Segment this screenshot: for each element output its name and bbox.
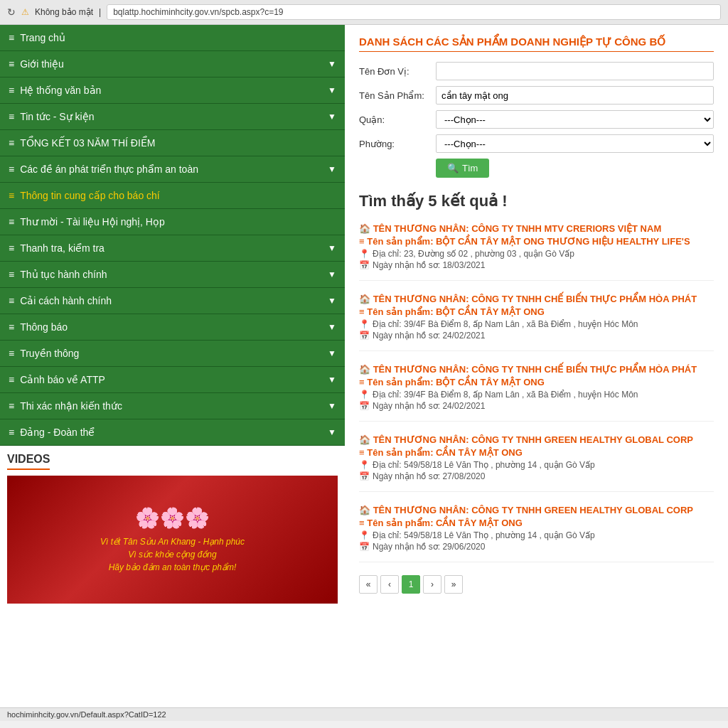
menu-icon: ≡ xyxy=(9,321,14,333)
phuong-select[interactable]: ---Chọn--- xyxy=(436,134,714,153)
sidebar-item-thanh-tra[interactable]: ≡ Thanh tra, kiểm tra ▼ xyxy=(0,235,345,262)
cal-icon: 📅 xyxy=(359,331,370,341)
product-name-4: ≡ Tên sản phẩm: CẦN TÂY MẬT ONG xyxy=(359,518,714,528)
pin-icon: 📍 xyxy=(359,530,370,540)
last-page-btn[interactable]: » xyxy=(444,575,463,594)
sidebar-item-thi-xac-nhan[interactable]: ≡ Thi xác nhận kiến thức ▼ xyxy=(0,393,345,419)
browser-bar: ↻ ⚠ Không bảo mật | bqlattp.hochiminhcit… xyxy=(0,0,728,25)
sidebar-item-thong-tin-bao-chi[interactable]: ≡ Thông tin cung cấp cho báo chí ▼ xyxy=(0,183,345,209)
separator: | xyxy=(99,7,101,17)
chevron-icon: ▼ xyxy=(328,296,336,306)
search-button[interactable]: 🔍 Tìm xyxy=(436,159,489,178)
product-name-2: ≡ Tên sản phẩm: BỘT CẦN TÂY MẬT ONG xyxy=(359,377,714,387)
video-thumbnail[interactable]: 🌸🌸🌸 Vì tết Tân Sửu An Khang - Hạnh phúc … xyxy=(7,476,338,604)
security-label: Không bảo mật xyxy=(35,7,93,17)
product-name-1: ≡ Tên sản phẩm: BỘT CẦN TÂY MẬT ONG xyxy=(359,306,714,317)
sidebar-item-gioi-thieu[interactable]: ≡ Giới thiệu ▼ xyxy=(0,51,345,77)
next-page-btn[interactable]: › xyxy=(423,575,441,594)
chevron-icon: ▼ xyxy=(328,375,336,385)
sidebar-label: Cải cách hành chính xyxy=(20,295,112,306)
flower-decoration: 🌸🌸🌸 xyxy=(135,506,210,530)
result-card-3: 🏠 TÊN THƯƠNG NHÂN: CÔNG TY TNHH GREEN HE… xyxy=(359,434,714,492)
cal-icon: 📅 xyxy=(359,401,370,411)
first-page-btn[interactable]: « xyxy=(359,575,378,594)
phuong-label: Phường: xyxy=(359,139,430,149)
sidebar-label: Các đề án phát triển thực phẩm an toàn xyxy=(20,164,198,175)
sidebar-item-tong-ket[interactable]: ≡ TỔNG KẾT 03 NĂM THÍ ĐIỂM ▼ xyxy=(0,130,345,156)
sidebar-item-cai-cach[interactable]: ≡ Cải cách hành chính ▼ xyxy=(0,288,345,314)
list-icon: ≡ xyxy=(359,377,365,387)
pin-icon: 📍 xyxy=(359,249,370,259)
chevron-icon: ▼ xyxy=(328,112,336,122)
current-page-btn[interactable]: 1 xyxy=(402,575,420,594)
sidebar: ≡ Trang chủ ≡ Giới thiệu ▼ ≡ Hệ thống vă… xyxy=(0,25,345,707)
company-name-3: 🏠 TÊN THƯƠNG NHÂN: CÔNG TY TNHH GREEN HE… xyxy=(359,434,714,445)
reload-icon[interactable]: ↻ xyxy=(7,6,16,18)
sidebar-item-thong-bao[interactable]: ≡ Thông báo ▼ xyxy=(0,314,345,341)
sidebar-label: Hệ thống văn bản xyxy=(20,85,101,96)
sidebar-item-dang-doan[interactable]: ≡ Đảng - Đoàn thể ▼ xyxy=(0,419,345,446)
form-row-don-vi: Tên Đơn Vị: xyxy=(359,62,714,80)
menu-icon: ≡ xyxy=(9,348,14,359)
content-area: DANH SÁCH CÁC SẢN PHẨM DOANH NGHIỆP TỰ C… xyxy=(345,25,728,707)
list-icon: ≡ xyxy=(359,306,365,317)
date-1: 📅 Ngày nhận hồ sơ: 24/02/2021 xyxy=(359,331,714,341)
ten-don-vi-label: Tên Đơn Vị: xyxy=(359,66,430,77)
prev-page-btn[interactable]: ‹ xyxy=(380,575,399,594)
sidebar-item-trang-chu[interactable]: ≡ Trang chủ xyxy=(0,25,345,51)
sidebar-item-cac-de-an[interactable]: ≡ Các đề án phát triển thực phẩm an toàn… xyxy=(0,156,345,183)
company-label: TÊN THƯƠNG NHÂN: xyxy=(373,434,472,445)
house-icon: 🏠 xyxy=(359,434,370,445)
company-label: TÊN THƯƠNG NHÂN: xyxy=(373,223,472,234)
menu-icon: ≡ xyxy=(9,295,14,306)
date-0: 📅 Ngày nhận hồ sơ: 18/03/2021 xyxy=(359,260,714,270)
sidebar-item-tin-tuc[interactable]: ≡ Tin tức - Sự kiện ▼ xyxy=(0,104,345,130)
menu-icon: ≡ xyxy=(9,427,14,438)
form-row-san-pham: Tên Sản Phẩm: xyxy=(359,86,714,105)
search-form: Tên Đơn Vị: Tên Sản Phẩm: Quận: ---Chọn-… xyxy=(359,62,714,178)
address-4: 📍 Địa chỉ: 549/58/18 Lê Văn Thọ , phường… xyxy=(359,530,714,540)
chevron-icon: ▼ xyxy=(328,243,336,253)
sidebar-item-he-thong-van-ban[interactable]: ≡ Hệ thống văn bản ▼ xyxy=(0,77,345,104)
menu-icon: ≡ xyxy=(9,374,14,385)
search-icon: 🔍 xyxy=(447,163,459,173)
sidebar-item-thu-tuc[interactable]: ≡ Thủ tục hành chính ▼ xyxy=(0,262,345,288)
sidebar-item-truyen-thong[interactable]: ≡ Truyền thông ▼ xyxy=(0,341,345,367)
pin-icon: 📍 xyxy=(359,390,370,400)
sidebar-label: Trang chủ xyxy=(20,32,65,43)
sidebar-item-thu-moi[interactable]: ≡ Thư mời - Tài liệu Hội nghị, Họp ▼ xyxy=(0,209,345,235)
menu-icon: ≡ xyxy=(9,58,14,70)
address-3: 📍 Địa chỉ: 549/58/18 Lê Văn Thọ , phường… xyxy=(359,460,714,470)
company-label: TÊN THƯƠNG NHÂN: xyxy=(373,294,472,304)
video-text-line1: Vì tết Tân Sửu An Khang - Hạnh phúc xyxy=(100,535,245,548)
quan-select[interactable]: ---Chọn--- xyxy=(436,110,714,129)
company-name-4: 🏠 TÊN THƯƠNG NHÂN: CÔNG TY TNHH GREEN HE… xyxy=(359,505,714,515)
menu-icon: ≡ xyxy=(9,216,14,228)
sidebar-label: Tin tức - Sự kiện xyxy=(20,111,94,122)
page-title: DANH SÁCH CÁC SẢN PHẨM DOANH NGHIỆP TỰ C… xyxy=(359,36,714,52)
chevron-icon: ▼ xyxy=(328,59,336,69)
sidebar-label: Truyền thông xyxy=(20,348,79,359)
menu-icon: ≡ xyxy=(9,242,14,254)
url-bar[interactable]: bqlattp.hochiminhcity.gov.vn/spcb.aspx?c… xyxy=(107,4,721,20)
video-text-line2: Vì sức khỏe cộng đồng xyxy=(128,548,216,561)
sidebar-item-canh-bao[interactable]: ≡ Cảnh báo về ATTP ▼ xyxy=(0,367,345,393)
form-row-phuong: Phường: ---Chọn--- xyxy=(359,134,714,153)
sidebar-label: Giới thiệu xyxy=(20,58,64,70)
cal-icon: 📅 xyxy=(359,260,370,270)
menu-icon: ≡ xyxy=(9,85,14,96)
result-card-2: 🏠 TÊN THƯƠNG NHÂN: CÔNG TY TNHH CHẾ BIẾN… xyxy=(359,364,714,422)
chevron-icon: ▼ xyxy=(328,269,336,279)
ten-san-pham-input[interactable] xyxy=(436,86,714,105)
list-icon: ≡ xyxy=(359,518,365,528)
status-bar: hochiminhcity.gov.vn/Default.aspx?CatID=… xyxy=(0,707,728,721)
chevron-icon: ▼ xyxy=(328,427,336,437)
sidebar-label: Thông báo xyxy=(20,321,68,333)
house-icon: 🏠 xyxy=(359,223,370,234)
result-card-0: 🏠 TÊN THƯƠNG NHÂN: CÔNG TY TNHH MTV CRER… xyxy=(359,223,714,281)
company-label: TÊN THƯƠNG NHÂN: xyxy=(373,505,472,515)
ten-don-vi-input[interactable] xyxy=(436,62,714,80)
cal-icon: 📅 xyxy=(359,471,370,481)
search-btn-row: 🔍 Tìm xyxy=(359,159,714,178)
company-name-1: 🏠 TÊN THƯƠNG NHÂN: CÔNG TY TNHH CHẾ BIẾN… xyxy=(359,294,714,304)
